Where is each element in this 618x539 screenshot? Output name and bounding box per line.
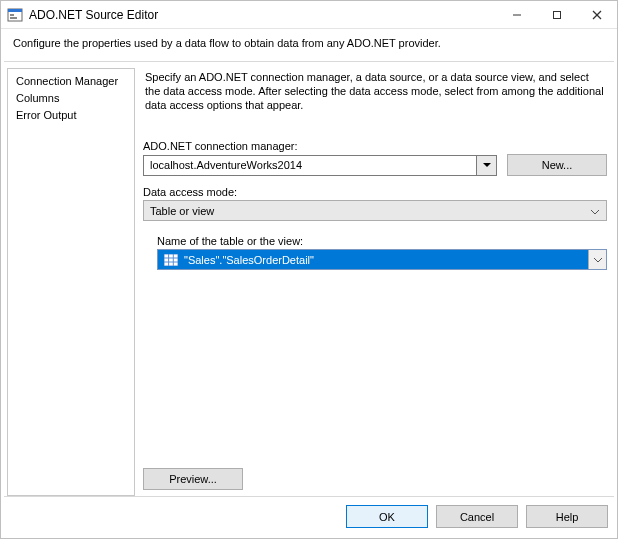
dialog-footer: OK Cancel Help [4,496,614,538]
svg-rect-9 [164,254,178,266]
data-access-mode-value: Table or view [150,205,214,217]
preview-button[interactable]: Preview... [143,468,243,490]
svg-rect-5 [554,11,561,18]
sidebar-item-connection-manager[interactable]: Connection Manager [8,73,134,90]
connection-manager-label: ADO.NET connection manager: [143,140,607,152]
connection-manager-value: localhost.AdventureWorks2014 [150,159,302,171]
close-button[interactable] [577,1,617,28]
cancel-button[interactable]: Cancel [436,505,518,528]
dialog-description: Configure the properties used by a data … [1,29,617,59]
dialog-window: ADO.NET Source Editor Configure the prop… [0,0,618,539]
window-title: ADO.NET Source Editor [29,8,497,22]
sidebar-item-error-output[interactable]: Error Output [8,107,134,124]
dropdown-arrow-icon [476,156,496,175]
minimize-button[interactable] [497,1,537,28]
app-icon [7,7,23,23]
panel-intro-text: Specify an ADO.NET connection manager, a… [143,68,607,112]
sidebar: Connection Manager Columns Error Output [7,68,135,496]
chevron-down-icon [588,250,606,269]
table-name-select[interactable]: "Sales"."SalesOrderDetail" [157,249,607,270]
svg-marker-8 [483,163,491,167]
svg-rect-3 [10,17,17,19]
table-name-value: "Sales"."SalesOrderDetail" [184,254,314,266]
titlebar: ADO.NET Source Editor [1,1,617,29]
table-name-label: Name of the table or the view: [157,235,607,247]
chevron-down-icon [590,205,600,217]
ok-button[interactable]: OK [346,505,428,528]
new-connection-button[interactable]: New... [507,154,607,176]
main-panel: Specify an ADO.NET connection manager, a… [141,68,611,496]
data-access-mode-label: Data access mode: [143,186,607,198]
data-access-mode-select[interactable]: Table or view [143,200,607,221]
table-icon [164,254,178,266]
maximize-button[interactable] [537,1,577,28]
svg-rect-2 [10,14,14,16]
window-buttons [497,1,617,28]
help-button[interactable]: Help [526,505,608,528]
sidebar-item-columns[interactable]: Columns [8,90,134,107]
connection-manager-combo[interactable]: localhost.AdventureWorks2014 [143,155,497,176]
svg-rect-1 [8,9,22,12]
